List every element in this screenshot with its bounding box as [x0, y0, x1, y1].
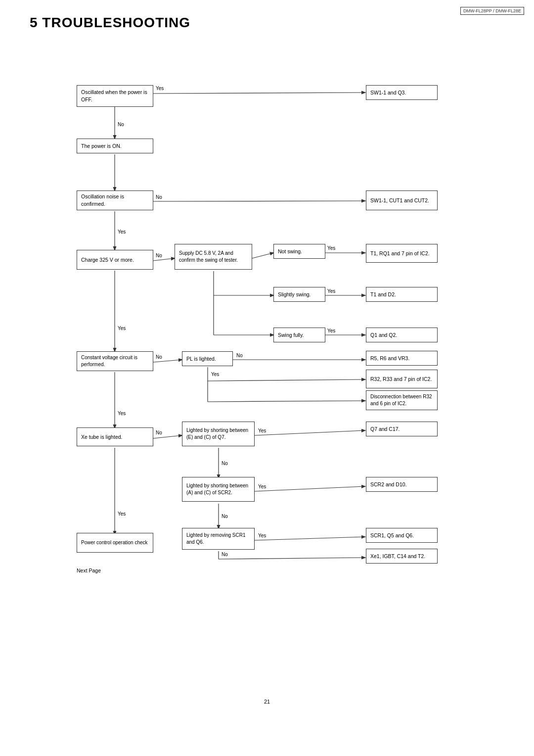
svg-text:No: No — [222, 514, 228, 519]
svg-line-44 — [255, 537, 365, 540]
svg-text:No: No — [156, 194, 162, 200]
svg-text:No: No — [156, 354, 162, 360]
page: DMW-FL28PP / DMW-FL28E 5 TROUBLESHOOTING… — [0, 0, 534, 756]
svg-line-47 — [219, 558, 365, 559]
svg-text:No: No — [222, 552, 228, 557]
box-charge-325: Charge 325 V or more. — [77, 250, 153, 270]
box-q7-c17: Q7 and C17. — [366, 422, 438, 436]
page-number: 21 — [30, 699, 504, 705]
box-oscillated-off: Oscillated when the power is OFF. — [77, 85, 153, 107]
svg-line-34 — [153, 435, 182, 438]
box-constant-voltage: Constant voltage circuit is performed. — [77, 351, 153, 371]
box-xe-lighted: Xe tube is lighted. — [77, 427, 153, 446]
box-xe1-igbt: Xe1, IGBT, C14 and T2. — [366, 549, 438, 564]
svg-line-9 — [153, 258, 175, 261]
doc-id: DMW-FL28PP / DMW-FL28E — [460, 7, 524, 15]
box-short-ec-q7: Lighted by shorting between (E) and (C) … — [182, 422, 255, 446]
box-scr1-q5-q6: SCR1, Q5 and Q6. — [366, 528, 438, 543]
box-power-on: The power is ON. — [77, 139, 153, 153]
next-page-label: Next Page — [77, 567, 101, 573]
box-t1-rq1-ic2: T1, RQ1 and 7 pin of IC2. — [366, 244, 438, 263]
box-disconnection-r32: Disconnection between R32 and 6 pin of I… — [366, 390, 438, 410]
svg-text:Yes: Yes — [211, 372, 219, 377]
box-oscillation-noise: Oscillation noise is confirmed. — [77, 190, 153, 210]
svg-text:Yes: Yes — [327, 328, 335, 333]
svg-text:No: No — [156, 253, 162, 258]
page-title: 5 TROUBLESHOOTING — [30, 15, 504, 31]
box-r32-r33-ic2: R32, R33 and 7 pin of IC2. — [366, 370, 438, 388]
svg-text:No: No — [118, 122, 124, 127]
box-q1-q2: Q1 and Q2. — [366, 328, 438, 342]
box-scr2-d10: SCR2 and D10. — [366, 477, 438, 492]
svg-text:Yes: Yes — [327, 288, 335, 294]
svg-text:Yes: Yes — [118, 229, 126, 235]
svg-text:Yes: Yes — [258, 484, 266, 489]
box-swing-fully: Swing fully. — [273, 328, 325, 342]
flowchart: Yes No No Yes No Yes — [30, 46, 499, 689]
box-remove-scr1-q6: Lighted by removing SCR1 and Q6. — [182, 528, 255, 550]
box-r5-r6-vr3: R5, R6 and VR3. — [366, 351, 438, 366]
box-supply-dc: Supply DC 5.8 V, 2A and confirm the swin… — [175, 244, 252, 270]
box-short-ac-scr2: Lighted by shorting between (A) and (C) … — [182, 477, 255, 502]
svg-line-5 — [153, 201, 365, 201]
svg-text:Yes: Yes — [118, 326, 126, 331]
box-not-swing: Not swing. — [273, 244, 325, 259]
svg-text:No: No — [222, 461, 228, 466]
box-power-control: Power control operation check — [77, 533, 153, 553]
box-sw1-q3: SW1-1 and Q3. — [366, 85, 438, 100]
svg-text:Yes: Yes — [118, 411, 126, 416]
box-t1-d2: T1 and D2. — [366, 287, 438, 302]
svg-line-36 — [255, 430, 365, 435]
box-pl-lighted: PL is lighted. — [182, 351, 233, 366]
svg-text:Yes: Yes — [327, 245, 335, 251]
svg-text:Yes: Yes — [258, 428, 266, 433]
box-sw1-cut: SW1-1, CUT1 and CUT2. — [366, 190, 438, 210]
svg-line-40 — [255, 486, 365, 491]
svg-line-23 — [153, 360, 182, 362]
svg-text:No: No — [156, 430, 162, 435]
svg-line-28 — [208, 379, 365, 381]
svg-text:No: No — [236, 353, 243, 358]
svg-text:Yes: Yes — [118, 511, 126, 517]
svg-text:Yes: Yes — [156, 86, 164, 91]
svg-text:Yes: Yes — [258, 533, 266, 538]
svg-line-0 — [153, 93, 365, 94]
svg-line-31 — [208, 401, 365, 402]
svg-line-11 — [252, 253, 273, 258]
box-slightly-swing: Slightly swing. — [273, 287, 325, 302]
